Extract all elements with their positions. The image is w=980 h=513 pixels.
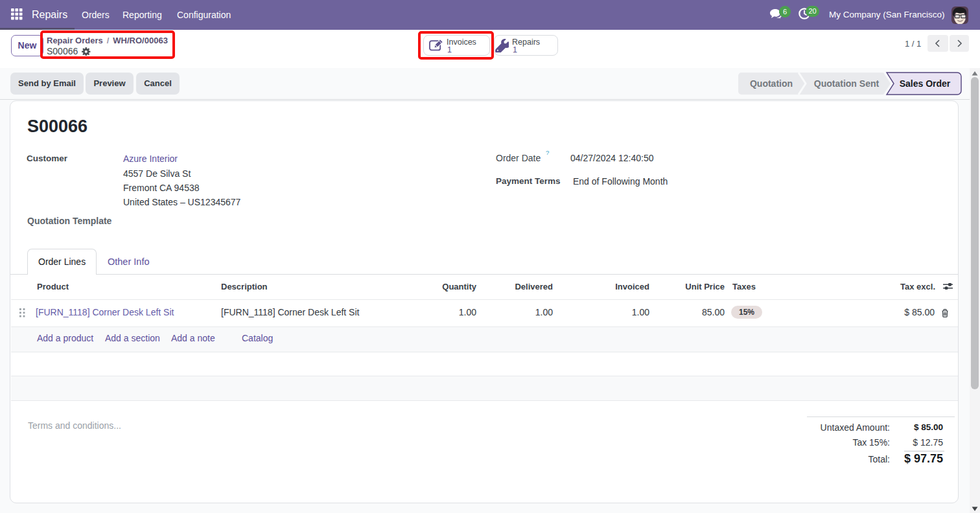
svg-text:Sales Order: Sales Order bbox=[900, 78, 951, 89]
svg-text:Quotation: Quotation bbox=[750, 78, 793, 89]
svg-text:Quotation Sent: Quotation Sent bbox=[814, 78, 880, 89]
